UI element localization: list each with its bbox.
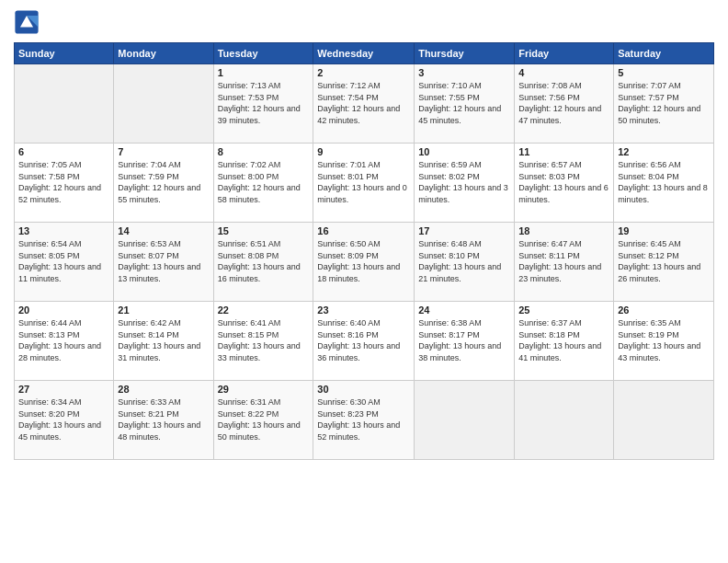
calendar-cell: 25Sunrise: 6:37 AMSunset: 8:18 PMDayligh… xyxy=(515,302,614,381)
header-cell-tuesday: Tuesday xyxy=(213,43,313,64)
calendar-week-5: 27Sunrise: 6:34 AMSunset: 8:20 PMDayligh… xyxy=(15,381,714,460)
header-cell-monday: Monday xyxy=(114,43,213,64)
header-cell-friday: Friday xyxy=(515,43,614,64)
calendar-table: SundayMondayTuesdayWednesdayThursdayFrid… xyxy=(14,42,714,460)
page-header xyxy=(14,9,714,35)
day-number: 6 xyxy=(18,146,109,157)
day-number: 16 xyxy=(317,225,410,236)
calendar-body: 1Sunrise: 7:13 AMSunset: 7:53 PMDaylight… xyxy=(15,64,714,460)
calendar-cell: 6Sunrise: 7:05 AMSunset: 7:58 PMDaylight… xyxy=(15,144,114,223)
calendar-cell: 20Sunrise: 6:44 AMSunset: 8:13 PMDayligh… xyxy=(15,302,114,381)
calendar-header: SundayMondayTuesdayWednesdayThursdayFrid… xyxy=(15,43,714,64)
day-info: Sunrise: 6:53 AMSunset: 8:07 PMDaylight:… xyxy=(118,238,209,284)
calendar-cell: 22Sunrise: 6:41 AMSunset: 8:15 PMDayligh… xyxy=(213,302,313,381)
calendar-cell: 7Sunrise: 7:04 AMSunset: 7:59 PMDaylight… xyxy=(114,144,213,223)
day-number: 22 xyxy=(218,304,310,316)
day-number: 8 xyxy=(218,146,310,157)
calendar-cell xyxy=(15,64,114,144)
day-info: Sunrise: 6:38 AMSunset: 8:17 PMDaylight:… xyxy=(418,317,510,363)
day-number: 17 xyxy=(418,225,510,236)
day-info: Sunrise: 6:41 AMSunset: 8:15 PMDaylight:… xyxy=(218,317,310,363)
day-number: 5 xyxy=(618,67,710,78)
calendar-cell xyxy=(614,381,714,460)
day-info: Sunrise: 7:04 AMSunset: 7:59 PMDaylight:… xyxy=(118,159,209,205)
calendar-cell: 27Sunrise: 6:34 AMSunset: 8:20 PMDayligh… xyxy=(15,381,114,460)
header-cell-sunday: Sunday xyxy=(15,43,114,64)
day-number: 3 xyxy=(418,67,510,78)
day-info: Sunrise: 6:31 AMSunset: 8:22 PMDaylight:… xyxy=(218,396,310,442)
calendar-week-2: 6Sunrise: 7:05 AMSunset: 7:58 PMDaylight… xyxy=(15,144,714,223)
day-number: 13 xyxy=(18,225,109,236)
day-info: Sunrise: 7:13 AMSunset: 7:53 PMDaylight:… xyxy=(218,80,310,126)
day-number: 28 xyxy=(118,384,209,395)
calendar-cell: 15Sunrise: 6:51 AMSunset: 8:08 PMDayligh… xyxy=(213,223,313,302)
day-info: Sunrise: 6:34 AMSunset: 8:20 PMDaylight:… xyxy=(18,396,109,442)
calendar-cell: 11Sunrise: 6:57 AMSunset: 8:03 PMDayligh… xyxy=(515,144,614,223)
day-number: 14 xyxy=(118,225,209,236)
day-number: 25 xyxy=(518,304,609,316)
day-number: 27 xyxy=(18,384,109,395)
day-number: 26 xyxy=(618,304,710,316)
logo-icon xyxy=(14,9,40,35)
calendar-cell: 9Sunrise: 7:01 AMSunset: 8:01 PMDaylight… xyxy=(313,144,415,223)
calendar-cell: 8Sunrise: 7:02 AMSunset: 8:00 PMDaylight… xyxy=(213,144,313,223)
calendar-week-3: 13Sunrise: 6:54 AMSunset: 8:05 PMDayligh… xyxy=(15,223,714,302)
calendar-cell: 28Sunrise: 6:33 AMSunset: 8:21 PMDayligh… xyxy=(114,381,213,460)
calendar-week-1: 1Sunrise: 7:13 AMSunset: 7:53 PMDaylight… xyxy=(15,64,714,144)
day-info: Sunrise: 6:56 AMSunset: 8:04 PMDaylight:… xyxy=(618,159,710,205)
calendar-cell: 12Sunrise: 6:56 AMSunset: 8:04 PMDayligh… xyxy=(614,144,714,223)
day-info: Sunrise: 6:44 AMSunset: 8:13 PMDaylight:… xyxy=(18,317,109,363)
day-number: 11 xyxy=(518,146,609,157)
calendar-cell xyxy=(515,381,614,460)
day-number: 20 xyxy=(18,304,109,316)
day-info: Sunrise: 6:42 AMSunset: 8:14 PMDaylight:… xyxy=(118,317,209,363)
calendar-cell: 10Sunrise: 6:59 AMSunset: 8:02 PMDayligh… xyxy=(415,144,515,223)
calendar-cell: 17Sunrise: 6:48 AMSunset: 8:10 PMDayligh… xyxy=(415,223,515,302)
calendar-cell: 13Sunrise: 6:54 AMSunset: 8:05 PMDayligh… xyxy=(15,223,114,302)
day-info: Sunrise: 7:01 AMSunset: 8:01 PMDaylight:… xyxy=(317,159,410,205)
day-info: Sunrise: 6:37 AMSunset: 8:18 PMDaylight:… xyxy=(518,317,609,363)
day-info: Sunrise: 6:30 AMSunset: 8:23 PMDaylight:… xyxy=(317,396,410,442)
calendar-cell: 24Sunrise: 6:38 AMSunset: 8:17 PMDayligh… xyxy=(415,302,515,381)
calendar-week-4: 20Sunrise: 6:44 AMSunset: 8:13 PMDayligh… xyxy=(15,302,714,381)
day-number: 4 xyxy=(518,67,609,78)
calendar-cell: 14Sunrise: 6:53 AMSunset: 8:07 PMDayligh… xyxy=(114,223,213,302)
day-info: Sunrise: 7:12 AMSunset: 7:54 PMDaylight:… xyxy=(317,80,410,126)
day-number: 23 xyxy=(317,304,410,316)
calendar-cell xyxy=(114,64,213,144)
day-info: Sunrise: 7:10 AMSunset: 7:55 PMDaylight:… xyxy=(418,80,510,126)
calendar-cell: 4Sunrise: 7:08 AMSunset: 7:56 PMDaylight… xyxy=(515,64,614,144)
day-number: 10 xyxy=(418,146,510,157)
calendar-cell: 16Sunrise: 6:50 AMSunset: 8:09 PMDayligh… xyxy=(313,223,415,302)
day-info: Sunrise: 6:35 AMSunset: 8:19 PMDaylight:… xyxy=(618,317,710,363)
day-number: 19 xyxy=(618,225,710,236)
day-number: 29 xyxy=(218,384,310,395)
calendar-cell: 19Sunrise: 6:45 AMSunset: 8:12 PMDayligh… xyxy=(614,223,714,302)
calendar-cell: 2Sunrise: 7:12 AMSunset: 7:54 PMDaylight… xyxy=(313,64,415,144)
day-info: Sunrise: 7:05 AMSunset: 7:58 PMDaylight:… xyxy=(18,159,109,205)
day-number: 9 xyxy=(317,146,410,157)
calendar-cell: 1Sunrise: 7:13 AMSunset: 7:53 PMDaylight… xyxy=(213,64,313,144)
day-info: Sunrise: 6:45 AMSunset: 8:12 PMDaylight:… xyxy=(618,238,710,284)
day-info: Sunrise: 6:47 AMSunset: 8:11 PMDaylight:… xyxy=(518,238,609,284)
day-number: 18 xyxy=(518,225,609,236)
day-number: 2 xyxy=(317,67,410,78)
calendar-cell: 3Sunrise: 7:10 AMSunset: 7:55 PMDaylight… xyxy=(415,64,515,144)
day-number: 24 xyxy=(418,304,510,316)
day-info: Sunrise: 6:51 AMSunset: 8:08 PMDaylight:… xyxy=(218,238,310,284)
day-info: Sunrise: 6:33 AMSunset: 8:21 PMDaylight:… xyxy=(118,396,209,442)
logo xyxy=(14,9,43,35)
header-cell-wednesday: Wednesday xyxy=(313,43,415,64)
day-info: Sunrise: 6:54 AMSunset: 8:05 PMDaylight:… xyxy=(18,238,109,284)
day-info: Sunrise: 6:59 AMSunset: 8:02 PMDaylight:… xyxy=(418,159,510,205)
header-cell-saturday: Saturday xyxy=(614,43,714,64)
day-number: 7 xyxy=(118,146,209,157)
calendar-cell: 30Sunrise: 6:30 AMSunset: 8:23 PMDayligh… xyxy=(313,381,415,460)
calendar-cell: 5Sunrise: 7:07 AMSunset: 7:57 PMDaylight… xyxy=(614,64,714,144)
calendar-cell: 23Sunrise: 6:40 AMSunset: 8:16 PMDayligh… xyxy=(313,302,415,381)
day-info: Sunrise: 6:50 AMSunset: 8:09 PMDaylight:… xyxy=(317,238,410,284)
calendar-cell xyxy=(415,381,515,460)
day-number: 21 xyxy=(118,304,209,316)
day-number: 1 xyxy=(218,67,310,78)
day-info: Sunrise: 7:08 AMSunset: 7:56 PMDaylight:… xyxy=(518,80,609,126)
